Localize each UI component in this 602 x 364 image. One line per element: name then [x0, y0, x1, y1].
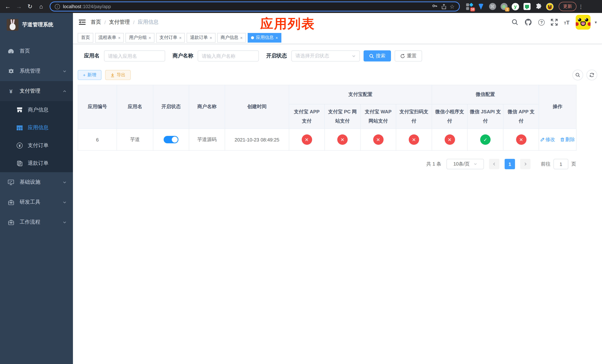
search-button-label: 搜索 [376, 53, 386, 59]
merchant-name-input[interactable] [198, 50, 259, 62]
cell-status [153, 129, 189, 151]
extension-grid-icon[interactable]: 10 [466, 3, 473, 10]
table-toolbar: + 新增 导出 [78, 70, 597, 80]
browser-menu-icon[interactable]: ⋮ [578, 3, 584, 10]
payment-submenu: 商户信息 应用信息 ¥ 支付订单 [0, 101, 73, 172]
col-group-alipay: 支付宝配置 [289, 85, 432, 104]
page-size-select[interactable]: 10条/页 [447, 159, 484, 169]
sidebar-item-home[interactable]: 首页 [0, 41, 73, 61]
enable-toggle[interactable] [164, 136, 178, 143]
reset-button[interactable]: 重置 [395, 50, 422, 62]
toolbox-icon [8, 199, 14, 205]
cell-alipay-qr: ✕ [396, 129, 432, 151]
sidebar-item-app-info[interactable]: 应用信息 [0, 119, 73, 137]
site-info-icon[interactable]: i [55, 4, 60, 9]
font-size-icon[interactable]: TT [564, 19, 570, 25]
status-extension-icon[interactable]: 1 [500, 3, 508, 10]
breadcrumb-payment[interactable]: 支付管理 [109, 19, 130, 26]
sidebar-item-infrastructure[interactable]: 基础设施 [0, 172, 73, 192]
profile-avatar-emoji[interactable] [546, 3, 553, 10]
collapse-sidebar-icon[interactable] [77, 17, 88, 28]
refresh-icon[interactable] [586, 70, 597, 80]
tab-home[interactable]: 首页 [78, 33, 93, 43]
sidebar-item-payment[interactable]: ¥ 支付管理 [0, 81, 73, 101]
page-number-1[interactable]: 1 [505, 159, 515, 169]
breadcrumb-home[interactable]: 首页 [91, 19, 101, 26]
fullscreen-icon[interactable] [551, 19, 558, 26]
puzzle-extensions-icon[interactable] [535, 3, 542, 10]
yudao-extension-icon[interactable]: y [512, 3, 519, 10]
sidebar-item-refund-orders[interactable]: 退款订单 [0, 154, 73, 172]
close-icon[interactable]: × [179, 35, 182, 40]
search-icon[interactable] [512, 19, 518, 26]
col-wechat-mini: 微信小程序支付 [432, 104, 467, 129]
col-operation: 操作 [539, 85, 576, 129]
share-icon[interactable] [441, 3, 447, 10]
sidebar-item-system[interactable]: 系统管理 [0, 61, 73, 81]
add-button-label: 新增 [87, 72, 96, 78]
chevron-down-icon [352, 54, 356, 58]
status-select[interactable]: 请选择开启状态 [291, 50, 360, 62]
chrome-update-button[interactable]: 更新 [559, 2, 576, 11]
export-button[interactable]: 导出 [105, 70, 131, 80]
gear-icon [8, 68, 14, 74]
toggle-search-icon[interactable] [572, 70, 583, 80]
tab-payment-orders[interactable]: 支付订单× [156, 33, 185, 43]
status-icon: ✕ [516, 135, 526, 145]
extensions-area: 10 ⌘ 1 y [466, 3, 553, 10]
app-name-input[interactable] [104, 50, 165, 62]
sidebar-item-merchant-info[interactable]: 商户信息 [0, 101, 73, 119]
prev-page-button[interactable] [489, 159, 499, 169]
search-button[interactable]: 搜索 [364, 50, 391, 62]
password-key-icon[interactable] [431, 3, 438, 10]
avatar-caret-icon[interactable]: ▾ [595, 20, 597, 25]
sidebar-logo[interactable]: 芋道管理系统 [0, 13, 73, 36]
col-wechat-jsapi: 微信 JSAPI 支付 [467, 104, 503, 129]
close-icon[interactable]: × [149, 35, 151, 40]
sidebar-item-payment-orders[interactable]: ¥ 支付订单 [0, 137, 73, 154]
sidebar-item-label: 商户信息 [28, 107, 49, 113]
browser-forward-button[interactable]: → [14, 2, 24, 11]
app-table: 应用编号 应用名 开启状态 商户名称 创建时间 支付宝配置 微信配置 操作 支付… [78, 85, 576, 151]
sidebar-item-workflow[interactable]: 工作流程 [0, 212, 73, 232]
sidebar-item-dev-tools[interactable]: 研发工具 [0, 192, 73, 212]
close-icon[interactable]: × [275, 35, 278, 40]
help-icon[interactable]: ? [538, 19, 545, 25]
chat-extension-icon[interactable] [523, 3, 531, 10]
user-avatar[interactable] [576, 15, 591, 30]
close-icon[interactable]: × [118, 35, 120, 40]
command-extension-icon[interactable]: ⌘ [489, 3, 496, 10]
delete-label: 删除 [565, 137, 575, 143]
status-icon: ✕ [337, 135, 348, 145]
col-alipay-qr: 支付宝扫码支付 [396, 104, 432, 129]
browser-home-button[interactable]: ⌂ [36, 2, 46, 11]
goto-page-input[interactable] [553, 159, 568, 169]
tab-label: 用户分组 [129, 34, 147, 41]
browser-reload-button[interactable]: ↻ [25, 2, 35, 11]
cell-wechat-app: ✕ [503, 129, 539, 151]
chevron-down-icon [63, 69, 67, 73]
address-bar[interactable]: i localhost:1024/pay/app ☆ [50, 1, 460, 11]
delete-link[interactable]: 删除 [560, 137, 575, 143]
tab-user-group[interactable]: 用户分组× [126, 33, 154, 43]
bookmark-star-icon[interactable]: ☆ [450, 3, 455, 10]
cell-wechat-mini: ✕ [432, 129, 467, 151]
browser-back-button[interactable]: ← [3, 2, 13, 11]
next-page-button[interactable] [520, 159, 531, 169]
tab-merchant-info[interactable]: 商户信息× [217, 33, 246, 43]
close-icon[interactable]: × [240, 35, 243, 40]
tab-refund-orders[interactable]: 退款订单× [187, 33, 215, 43]
tab-process-form[interactable]: 流程表单× [95, 33, 124, 43]
gem-extension-icon[interactable] [477, 3, 485, 10]
chevron-down-icon [63, 220, 67, 224]
close-icon[interactable]: × [210, 35, 212, 40]
github-icon[interactable] [525, 19, 532, 26]
chevron-down-icon [63, 180, 67, 184]
cell-merchant: 芋道源码 [189, 129, 225, 151]
export-button-label: 导出 [117, 72, 126, 78]
tab-app-info[interactable]: 应用信息× [248, 33, 281, 43]
col-status: 开启状态 [153, 85, 189, 129]
sidebar-item-label: 支付管理 [20, 88, 40, 95]
add-button[interactable]: + 新增 [78, 70, 101, 80]
edit-link[interactable]: 修改 [540, 137, 555, 143]
